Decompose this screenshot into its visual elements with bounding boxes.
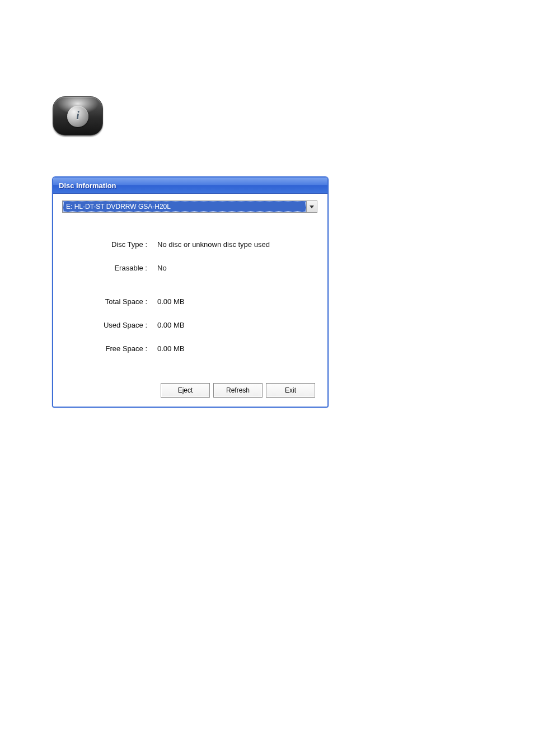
refresh-button[interactable]: Refresh — [213, 383, 263, 398]
used-space-value: 0.00 MB — [157, 320, 318, 330]
free-space-value: 0.00 MB — [157, 344, 318, 354]
disc-info-grid: Disc Type : No disc or unknown disc type… — [62, 240, 318, 354]
dialog-body: E: HL-DT-ST DVDRRW GSA-H20L Disc Type : … — [53, 194, 327, 407]
disc-info-toolbar-icon[interactable]: i — [53, 96, 102, 134]
disc-info-icon-button[interactable]: i — [53, 96, 103, 136]
disc-information-dialog: Disc Information E: HL-DT-ST DVDRRW GSA-… — [52, 176, 329, 408]
used-space-label: Used Space : — [62, 320, 157, 330]
exit-button[interactable]: Exit — [266, 383, 315, 398]
dialog-button-row: Eject Refresh Exit — [62, 383, 318, 400]
erasable-value: No — [157, 263, 318, 273]
dialog-titlebar[interactable]: Disc Information — [53, 178, 327, 194]
dialog-title: Disc Information — [59, 181, 116, 190]
total-space-label: Total Space : — [62, 297, 157, 307]
info-icon-glyph: i — [76, 110, 79, 123]
free-space-label: Free Space : — [62, 344, 157, 354]
drive-select-dropdown[interactable]: E: HL-DT-ST DVDRRW GSA-H20L — [62, 200, 317, 213]
drive-select-value: E: HL-DT-ST DVDRRW GSA-H20L — [63, 201, 306, 212]
erasable-label: Erasable : — [62, 263, 157, 273]
dropdown-arrow-icon[interactable] — [306, 201, 317, 212]
disc-type-value: No disc or unknown disc type used — [157, 240, 318, 250]
info-icon: i — [67, 106, 88, 127]
eject-button[interactable]: Eject — [161, 383, 210, 398]
total-space-value: 0.00 MB — [157, 297, 318, 307]
disc-type-label: Disc Type : — [62, 240, 157, 250]
